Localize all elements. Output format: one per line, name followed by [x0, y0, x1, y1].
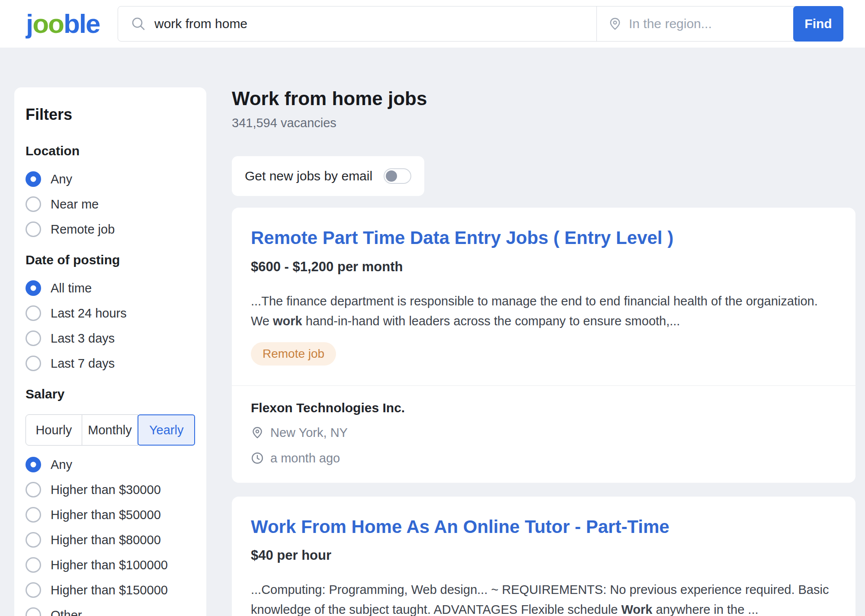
salary-option-any[interactable]: Any — [26, 457, 194, 472]
radio-label: Any — [51, 458, 72, 472]
search-query-section — [118, 6, 596, 41]
radio-icon[interactable] — [26, 305, 41, 321]
radio-icon[interactable] — [26, 582, 41, 598]
salary-option-50000[interactable]: Higher than $50000 — [26, 507, 194, 523]
radio-selected-icon[interactable] — [26, 171, 41, 187]
radio-icon[interactable] — [26, 330, 41, 346]
radio-label: Any — [51, 172, 72, 186]
radio-icon[interactable] — [26, 482, 41, 497]
salary-option-150000[interactable]: Higher than $150000 — [26, 582, 194, 598]
header: jooble Find — [0, 0, 865, 48]
radio-icon[interactable] — [26, 507, 41, 523]
radio-label: Near me — [51, 197, 99, 212]
content: Filters Location Any Near me Remote job … — [0, 48, 865, 616]
radio-label: Remote job — [51, 222, 115, 237]
tab-hourly[interactable]: Hourly — [26, 414, 82, 446]
logo-part-ble: ble — [64, 9, 100, 38]
radio-label: Other — [51, 608, 82, 616]
filters-title: Filters — [26, 106, 194, 124]
radio-label: Last 24 hours — [51, 306, 127, 321]
jooble-logo[interactable]: jooble — [26, 10, 118, 37]
find-button[interactable]: Find — [793, 6, 843, 42]
job-posted-row: a month ago — [251, 451, 835, 465]
date-option-last-7-days[interactable]: Last 7 days — [26, 356, 194, 371]
job-description-highlight: Work — [622, 603, 653, 616]
salary-period-tabs: Hourly Monthly Yearly — [26, 414, 195, 446]
company-name: Flexon Technologies Inc. — [251, 401, 835, 415]
radio-selected-icon[interactable] — [26, 280, 41, 296]
radio-icon[interactable] — [26, 532, 41, 548]
page: jooble Find Filters Location Any — [0, 0, 865, 616]
remote-job-tag[interactable]: Remote job — [251, 342, 336, 366]
location-pin-icon — [251, 426, 264, 439]
location-section-title: Location — [26, 144, 194, 158]
search-input[interactable] — [154, 16, 588, 32]
radio-icon[interactable] — [26, 221, 41, 237]
location-pin-icon — [608, 17, 622, 31]
job-description-text: hand-in-hand with leaders across the com… — [302, 314, 680, 328]
radio-label: Higher than $30000 — [51, 483, 161, 497]
date-option-all-time[interactable]: All time — [26, 280, 194, 296]
email-subscribe-label: Get new jobs by email — [245, 169, 372, 183]
radio-icon[interactable] — [26, 557, 41, 573]
radio-label: All time — [51, 281, 92, 295]
job-description: ...The finance department is responsible… — [251, 291, 835, 331]
radio-label: Higher than $100000 — [51, 558, 168, 572]
salary-section-title: Salary — [26, 387, 194, 401]
radio-selected-icon[interactable] — [26, 457, 41, 472]
date-option-last-24-hours[interactable]: Last 24 hours — [26, 305, 194, 321]
job-card-footer: Flexon Technologies Inc. New York, NY a … — [232, 385, 855, 483]
email-subscribe-toggle[interactable] — [384, 168, 411, 184]
tab-monthly[interactable]: Monthly — [82, 414, 138, 446]
salary-option-other[interactable]: Other — [26, 607, 194, 616]
job-posted-time: a month ago — [270, 451, 340, 465]
radio-label: Higher than $50000 — [51, 508, 161, 522]
location-option-near-me[interactable]: Near me — [26, 196, 194, 212]
vacancies-count: 341,594 vacancies — [232, 116, 855, 130]
job-description-highlight: work — [273, 314, 302, 328]
results-column: Work from home jobs 341,594 vacancies Ge… — [232, 87, 855, 616]
page-title: Work from home jobs — [232, 88, 855, 109]
date-option-last-3-days[interactable]: Last 3 days — [26, 330, 194, 346]
date-section-title: Date of posting — [26, 253, 194, 267]
search-bar: Find — [118, 6, 843, 42]
job-salary: $600 - $1,200 per month — [251, 259, 835, 275]
radio-icon[interactable] — [26, 607, 41, 616]
radio-label: Last 3 days — [51, 331, 115, 346]
radio-icon[interactable] — [26, 196, 41, 212]
clock-icon — [251, 452, 264, 465]
filters-panel: Filters Location Any Near me Remote job … — [14, 87, 206, 616]
logo-part-oo: oo — [32, 9, 64, 38]
job-title-link[interactable]: Work From Home As An Online Tutor - Part… — [251, 517, 835, 537]
salary-option-30000[interactable]: Higher than $30000 — [26, 482, 194, 497]
search-icon — [131, 16, 146, 31]
radio-label: Higher than $80000 — [51, 533, 161, 547]
job-card: Work From Home As An Online Tutor - Part… — [232, 497, 855, 616]
region-section — [596, 6, 793, 41]
salary-option-100000[interactable]: Higher than $100000 — [26, 557, 194, 573]
job-salary: $40 per hour — [251, 548, 835, 563]
job-card: Remote Part Time Data Entry Jobs ( Entry… — [232, 208, 855, 482]
region-input[interactable] — [628, 16, 786, 32]
job-description: ...Computing: Programming, Web design...… — [251, 580, 835, 616]
email-subscribe-card: Get new jobs by email — [232, 156, 424, 196]
radio-label: Last 7 days — [51, 356, 115, 371]
job-description-text: anywhere in the ... — [653, 603, 759, 616]
salary-option-80000[interactable]: Higher than $80000 — [26, 532, 194, 548]
tab-yearly[interactable]: Yearly — [138, 414, 195, 446]
location-option-remote-job[interactable]: Remote job — [26, 221, 194, 237]
job-title-link[interactable]: Remote Part Time Data Entry Jobs ( Entry… — [251, 228, 835, 248]
radio-label: Higher than $150000 — [51, 583, 168, 597]
job-location: New York, NY — [270, 426, 348, 440]
radio-icon[interactable] — [26, 356, 41, 371]
logo-part-j: j — [26, 9, 32, 38]
toggle-knob — [386, 170, 397, 182]
job-location-row: New York, NY — [251, 426, 835, 440]
location-option-any[interactable]: Any — [26, 171, 194, 187]
